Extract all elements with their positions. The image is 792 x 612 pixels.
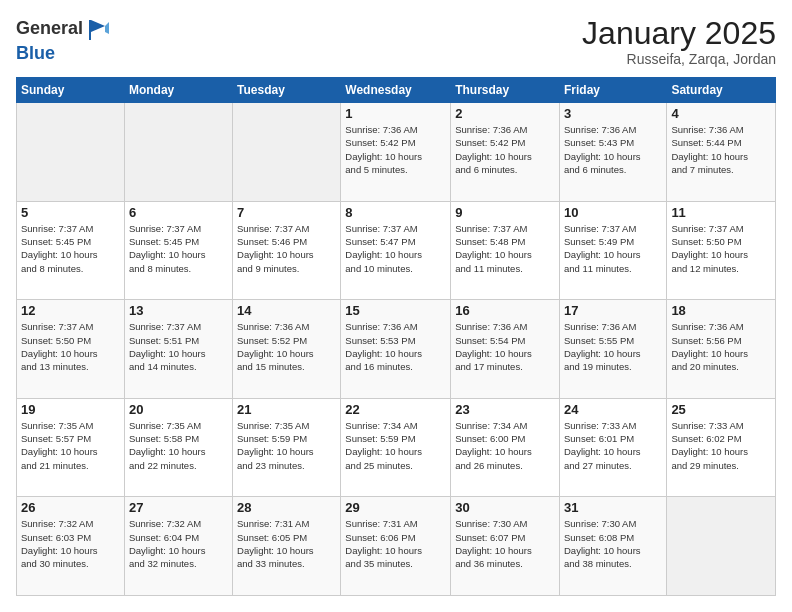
calendar-cell: 14Sunrise: 7:36 AMSunset: 5:52 PMDayligh… [233,300,341,399]
day-info: Sunrise: 7:37 AMSunset: 5:51 PMDaylight:… [129,320,228,373]
day-info: Sunrise: 7:36 AMSunset: 5:52 PMDaylight:… [237,320,336,373]
title-area: January 2025 Russeifa, Zarqa, Jordan [582,16,776,67]
calendar-cell [17,103,125,202]
day-number: 29 [345,500,446,515]
day-info: Sunrise: 7:37 AMSunset: 5:50 PMDaylight:… [671,222,771,275]
day-number: 30 [455,500,555,515]
day-number: 21 [237,402,336,417]
day-number: 3 [564,106,662,121]
day-number: 28 [237,500,336,515]
logo: General Blue [16,16,113,64]
day-info: Sunrise: 7:37 AMSunset: 5:45 PMDaylight:… [21,222,120,275]
day-info: Sunrise: 7:36 AMSunset: 5:54 PMDaylight:… [455,320,555,373]
calendar-cell: 5Sunrise: 7:37 AMSunset: 5:45 PMDaylight… [17,201,125,300]
day-number: 18 [671,303,771,318]
header-sunday: Sunday [17,78,125,103]
page: General Blue January 2025 Russeifa, Zarq… [0,0,792,612]
day-info: Sunrise: 7:37 AMSunset: 5:49 PMDaylight:… [564,222,662,275]
day-number: 24 [564,402,662,417]
calendar-cell: 28Sunrise: 7:31 AMSunset: 6:05 PMDayligh… [233,497,341,596]
day-number: 1 [345,106,446,121]
day-number: 19 [21,402,120,417]
day-info: Sunrise: 7:36 AMSunset: 5:42 PMDaylight:… [455,123,555,176]
day-info: Sunrise: 7:33 AMSunset: 6:01 PMDaylight:… [564,419,662,472]
calendar-week-3: 19Sunrise: 7:35 AMSunset: 5:57 PMDayligh… [17,398,776,497]
calendar-cell: 27Sunrise: 7:32 AMSunset: 6:04 PMDayligh… [124,497,232,596]
day-info: Sunrise: 7:30 AMSunset: 6:08 PMDaylight:… [564,517,662,570]
day-info: Sunrise: 7:37 AMSunset: 5:50 PMDaylight:… [21,320,120,373]
day-info: Sunrise: 7:37 AMSunset: 5:48 PMDaylight:… [455,222,555,275]
calendar-cell: 24Sunrise: 7:33 AMSunset: 6:01 PMDayligh… [559,398,666,497]
logo-text: General Blue [16,16,113,64]
header-wednesday: Wednesday [341,78,451,103]
day-info: Sunrise: 7:37 AMSunset: 5:46 PMDaylight:… [237,222,336,275]
calendar-week-0: 1Sunrise: 7:36 AMSunset: 5:42 PMDaylight… [17,103,776,202]
calendar-cell: 16Sunrise: 7:36 AMSunset: 5:54 PMDayligh… [451,300,560,399]
logo-blue: Blue [16,43,55,63]
header: General Blue January 2025 Russeifa, Zarq… [16,16,776,67]
calendar-cell: 6Sunrise: 7:37 AMSunset: 5:45 PMDaylight… [124,201,232,300]
day-number: 4 [671,106,771,121]
day-info: Sunrise: 7:32 AMSunset: 6:04 PMDaylight:… [129,517,228,570]
day-info: Sunrise: 7:31 AMSunset: 6:05 PMDaylight:… [237,517,336,570]
header-tuesday: Tuesday [233,78,341,103]
day-info: Sunrise: 7:31 AMSunset: 6:06 PMDaylight:… [345,517,446,570]
location-subtitle: Russeifa, Zarqa, Jordan [582,51,776,67]
calendar-cell: 20Sunrise: 7:35 AMSunset: 5:58 PMDayligh… [124,398,232,497]
day-number: 8 [345,205,446,220]
day-number: 20 [129,402,228,417]
day-info: Sunrise: 7:36 AMSunset: 5:53 PMDaylight:… [345,320,446,373]
calendar-cell: 13Sunrise: 7:37 AMSunset: 5:51 PMDayligh… [124,300,232,399]
calendar-cell: 17Sunrise: 7:36 AMSunset: 5:55 PMDayligh… [559,300,666,399]
calendar-cell: 31Sunrise: 7:30 AMSunset: 6:08 PMDayligh… [559,497,666,596]
calendar-cell [667,497,776,596]
day-number: 31 [564,500,662,515]
day-info: Sunrise: 7:36 AMSunset: 5:55 PMDaylight:… [564,320,662,373]
svg-marker-2 [105,22,109,34]
day-info: Sunrise: 7:30 AMSunset: 6:07 PMDaylight:… [455,517,555,570]
day-info: Sunrise: 7:37 AMSunset: 5:47 PMDaylight:… [345,222,446,275]
calendar-cell: 30Sunrise: 7:30 AMSunset: 6:07 PMDayligh… [451,497,560,596]
calendar-cell: 25Sunrise: 7:33 AMSunset: 6:02 PMDayligh… [667,398,776,497]
day-number: 26 [21,500,120,515]
logo-flag-icon [85,16,113,44]
day-number: 12 [21,303,120,318]
calendar-cell: 22Sunrise: 7:34 AMSunset: 5:59 PMDayligh… [341,398,451,497]
calendar-cell: 11Sunrise: 7:37 AMSunset: 5:50 PMDayligh… [667,201,776,300]
calendar-week-1: 5Sunrise: 7:37 AMSunset: 5:45 PMDaylight… [17,201,776,300]
day-info: Sunrise: 7:32 AMSunset: 6:03 PMDaylight:… [21,517,120,570]
day-info: Sunrise: 7:34 AMSunset: 5:59 PMDaylight:… [345,419,446,472]
day-number: 23 [455,402,555,417]
day-number: 17 [564,303,662,318]
calendar-cell: 19Sunrise: 7:35 AMSunset: 5:57 PMDayligh… [17,398,125,497]
day-number: 6 [129,205,228,220]
calendar-week-4: 26Sunrise: 7:32 AMSunset: 6:03 PMDayligh… [17,497,776,596]
day-number: 16 [455,303,555,318]
calendar-cell: 18Sunrise: 7:36 AMSunset: 5:56 PMDayligh… [667,300,776,399]
calendar-cell [124,103,232,202]
calendar-cell: 15Sunrise: 7:36 AMSunset: 5:53 PMDayligh… [341,300,451,399]
calendar-cell: 26Sunrise: 7:32 AMSunset: 6:03 PMDayligh… [17,497,125,596]
calendar-cell: 4Sunrise: 7:36 AMSunset: 5:44 PMDaylight… [667,103,776,202]
day-number: 9 [455,205,555,220]
calendar-table: Sunday Monday Tuesday Wednesday Thursday… [16,77,776,596]
svg-marker-1 [91,20,105,32]
calendar-cell: 2Sunrise: 7:36 AMSunset: 5:42 PMDaylight… [451,103,560,202]
calendar-cell: 9Sunrise: 7:37 AMSunset: 5:48 PMDaylight… [451,201,560,300]
day-number: 27 [129,500,228,515]
day-info: Sunrise: 7:36 AMSunset: 5:56 PMDaylight:… [671,320,771,373]
day-info: Sunrise: 7:35 AMSunset: 5:59 PMDaylight:… [237,419,336,472]
day-info: Sunrise: 7:36 AMSunset: 5:44 PMDaylight:… [671,123,771,176]
day-number: 5 [21,205,120,220]
day-info: Sunrise: 7:36 AMSunset: 5:42 PMDaylight:… [345,123,446,176]
calendar-cell: 21Sunrise: 7:35 AMSunset: 5:59 PMDayligh… [233,398,341,497]
calendar-cell: 10Sunrise: 7:37 AMSunset: 5:49 PMDayligh… [559,201,666,300]
day-info: Sunrise: 7:33 AMSunset: 6:02 PMDaylight:… [671,419,771,472]
day-number: 11 [671,205,771,220]
weekday-header-row: Sunday Monday Tuesday Wednesday Thursday… [17,78,776,103]
logo-general: General [16,18,83,38]
day-number: 13 [129,303,228,318]
day-info: Sunrise: 7:35 AMSunset: 5:57 PMDaylight:… [21,419,120,472]
calendar-cell: 8Sunrise: 7:37 AMSunset: 5:47 PMDaylight… [341,201,451,300]
header-thursday: Thursday [451,78,560,103]
